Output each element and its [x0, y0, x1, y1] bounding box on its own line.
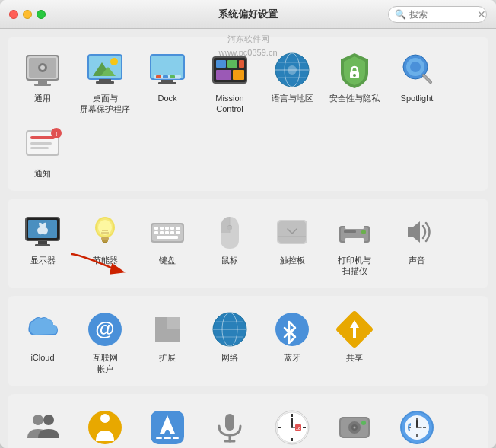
svg-rect-21: [158, 82, 176, 84]
pref-keyboard[interactable]: 键盘: [136, 206, 199, 281]
pref-sharing[interactable]: 共享: [323, 303, 386, 379]
pref-desktop[interactable]: 桌面与屏幕保护程序: [74, 44, 136, 119]
pref-trackpad[interactable]: 触控板: [261, 206, 323, 281]
svg-rect-70: [154, 231, 158, 234]
svg-point-133: [361, 421, 366, 425]
titlebar: 系统偏好设置 🔍 ✕: [0, 0, 496, 29]
sound-label: 声音: [409, 255, 425, 265]
svg-point-11: [110, 58, 118, 65]
minimize-button[interactable]: [23, 10, 32, 19]
svg-point-108: [100, 414, 110, 423]
sound-icon: [397, 212, 437, 252]
printer-label: 打印机与扫描仪: [338, 255, 371, 277]
spotlight-label: Spotlight: [401, 93, 434, 103]
svg-rect-4: [34, 84, 51, 86]
internet-accounts-label: 互联网帐户: [93, 352, 118, 374]
pref-tongyong[interactable]: 通用: [11, 44, 74, 119]
svg-rect-86: [345, 220, 364, 229]
svg-rect-92: [167, 329, 180, 342]
svg-rect-18: [163, 75, 168, 78]
svg-rect-47: [30, 147, 49, 149]
svg-rect-68: [170, 227, 174, 230]
energy-icon: [85, 212, 125, 252]
pref-bluetooth[interactable]: 蓝牙: [261, 303, 323, 379]
keyboard-label: 键盘: [159, 255, 176, 265]
traffic-lights: [9, 10, 46, 19]
pref-sound[interactable]: 声音: [386, 206, 448, 281]
pref-printer[interactable]: 打印机与扫描仪: [323, 206, 386, 281]
mission-label: MissionControl: [215, 93, 243, 115]
extensions-label: 扩展: [159, 352, 176, 363]
close-button[interactable]: [9, 10, 18, 19]
section-hardware: 显示器: [8, 199, 488, 289]
pref-internet-accounts[interactable]: @ 互联网帐户: [74, 303, 136, 379]
svg-rect-69: [176, 227, 180, 230]
mission-icon: [210, 50, 250, 90]
svg-rect-17: [156, 75, 161, 78]
svg-rect-13: [96, 81, 114, 84]
svg-rect-46: [30, 142, 52, 145]
pref-dock[interactable]: Dock: [136, 44, 199, 119]
personal-grid: 通用: [11, 44, 485, 183]
pref-dictation[interactable]: 听写与语音: [199, 402, 261, 448]
desktop-label: 桌面与屏幕保护程序: [80, 93, 130, 115]
network-label: 网络: [221, 352, 238, 363]
dictation-icon: [210, 408, 250, 447]
notice-label: 通知: [34, 168, 51, 179]
pref-mouse[interactable]: 鼠标: [199, 206, 261, 281]
search-input[interactable]: [409, 9, 474, 20]
parental-icon: [85, 408, 125, 447]
svg-point-40: [410, 62, 421, 72]
svg-point-35: [288, 65, 297, 75]
pref-users[interactable]: 用户与群组: [11, 402, 74, 448]
pref-extensions[interactable]: 扩展: [136, 303, 199, 379]
svg-line-42: [424, 75, 431, 82]
internet-grid: iCloud @ 互联网帐户: [11, 303, 485, 379]
svg-rect-71: [160, 231, 164, 234]
svg-point-37: [353, 74, 356, 77]
pref-language[interactable]: 语言与地区: [261, 44, 323, 119]
svg-rect-27: [216, 70, 231, 80]
pref-appstore[interactable]: App Store: [136, 402, 199, 448]
internet-accounts-icon: @: [85, 310, 125, 349]
svg-text:!: !: [56, 130, 58, 138]
printer-icon: [335, 212, 374, 252]
svg-rect-66: [160, 227, 164, 230]
svg-rect-78: [227, 226, 232, 230]
svg-rect-74: [176, 231, 180, 234]
pref-icloud[interactable]: iCloud: [11, 303, 74, 379]
svg-text:@: @: [95, 317, 114, 340]
svg-rect-20: [161, 80, 173, 82]
pref-startup[interactable]: 启动磁盘: [323, 402, 386, 448]
maximize-button[interactable]: [37, 10, 46, 19]
svg-rect-80: [278, 221, 306, 243]
svg-point-106: [43, 415, 54, 425]
pref-parental[interactable]: 家长控制: [74, 402, 136, 448]
trackpad-label: 触控板: [280, 255, 305, 265]
svg-rect-12: [99, 79, 111, 81]
sharing-icon: [335, 310, 374, 349]
section-system: 用户与群组 家长控制: [8, 394, 488, 448]
trackpad-icon: [272, 212, 312, 252]
pref-notice[interactable]: ! 通知: [11, 119, 74, 183]
icloud-label: iCloud: [30, 352, 54, 363]
pref-timemachine[interactable]: Time Machine: [386, 402, 448, 448]
tongyong-icon: [23, 50, 62, 90]
svg-rect-28: [233, 70, 244, 80]
tongyong-label: 通用: [34, 93, 51, 103]
svg-rect-87: [345, 238, 364, 246]
pref-energy[interactable]: 节能器: [74, 206, 136, 281]
network-icon: [210, 310, 250, 349]
datetime-icon: 18: [272, 408, 312, 447]
spotlight-icon: [397, 50, 437, 90]
search-box[interactable]: 🔍 ✕: [388, 6, 487, 23]
pref-spotlight[interactable]: Spotlight: [386, 44, 448, 119]
pref-mission[interactable]: MissionControl: [199, 44, 261, 119]
pref-network[interactable]: 网络: [199, 303, 261, 379]
pref-datetime[interactable]: 18 日期与时间: [261, 402, 323, 448]
svg-point-132: [354, 427, 356, 429]
mouse-label: 鼠标: [221, 255, 238, 265]
pref-security[interactable]: 安全性与隐私: [323, 44, 386, 119]
pref-display[interactable]: 显示器: [11, 206, 74, 281]
clear-search-button[interactable]: ✕: [477, 8, 486, 21]
